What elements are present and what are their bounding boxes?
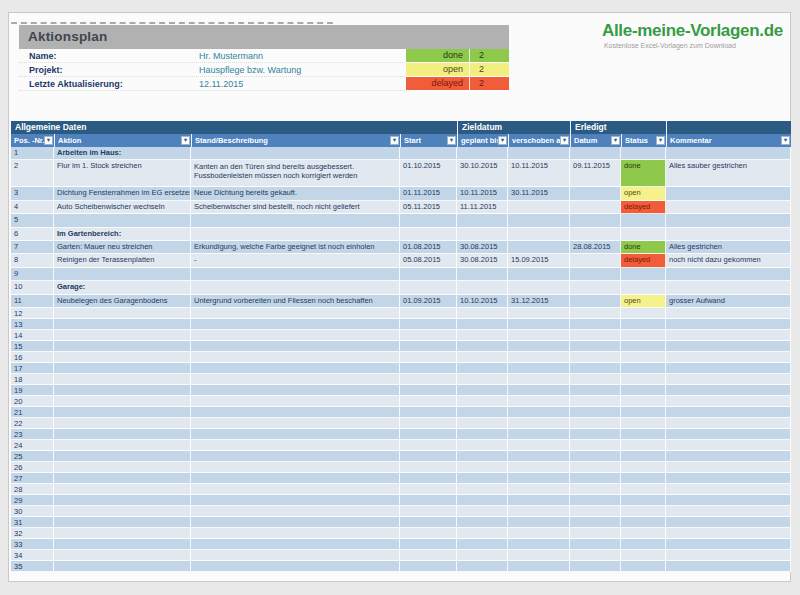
table-cell[interactable] bbox=[570, 254, 621, 267]
table-cell[interactable] bbox=[666, 214, 791, 227]
table-cell[interactable]: - bbox=[191, 254, 400, 267]
table-cell[interactable] bbox=[570, 330, 621, 341]
table-cell[interactable] bbox=[570, 517, 621, 528]
table-cell[interactable] bbox=[570, 281, 621, 294]
table-cell[interactable]: 32 bbox=[11, 528, 54, 539]
table-cell[interactable]: 15 bbox=[11, 341, 54, 352]
table-cell[interactable] bbox=[457, 429, 508, 440]
table-cell[interactable] bbox=[621, 228, 666, 241]
table-cell[interactable] bbox=[457, 228, 508, 241]
table-cell[interactable] bbox=[400, 561, 457, 572]
table-cell[interactable] bbox=[666, 330, 791, 341]
table-cell[interactable] bbox=[666, 451, 791, 462]
table-cell[interactable] bbox=[570, 484, 621, 495]
filter-dropdown-icon[interactable]: ▼ bbox=[44, 136, 53, 145]
table-cell[interactable] bbox=[400, 330, 457, 341]
table-cell[interactable] bbox=[570, 295, 621, 308]
table-cell[interactable] bbox=[570, 352, 621, 363]
table-cell[interactable]: Arbeiten im Haus: bbox=[54, 147, 191, 160]
table-cell[interactable]: 7 bbox=[11, 241, 54, 254]
table-cell[interactable]: noch nicht dazu gekommen bbox=[666, 254, 791, 267]
filter-dropdown-icon[interactable]: ▼ bbox=[611, 136, 620, 145]
table-cell[interactable] bbox=[508, 147, 570, 160]
table-cell[interactable] bbox=[621, 429, 666, 440]
status-badge[interactable]: done bbox=[621, 241, 666, 254]
table-cell[interactable] bbox=[508, 495, 570, 506]
table-cell[interactable] bbox=[666, 201, 791, 214]
table-cell[interactable] bbox=[570, 268, 621, 281]
table-cell[interactable]: 30.08.2015 bbox=[457, 241, 508, 254]
table-cell[interactable]: 11 bbox=[11, 295, 54, 308]
table-cell[interactable] bbox=[508, 517, 570, 528]
table-cell[interactable] bbox=[54, 418, 191, 429]
table-cell[interactable] bbox=[508, 506, 570, 517]
table-cell[interactable] bbox=[191, 330, 400, 341]
table-cell[interactable] bbox=[621, 561, 666, 572]
table-cell[interactable] bbox=[191, 462, 400, 473]
table-cell[interactable] bbox=[400, 539, 457, 550]
table-cell[interactable] bbox=[457, 484, 508, 495]
table-cell[interactable]: 3 bbox=[11, 187, 54, 200]
table-cell[interactable] bbox=[621, 528, 666, 539]
table-cell[interactable] bbox=[457, 281, 508, 294]
table-cell[interactable] bbox=[570, 341, 621, 352]
table-cell[interactable] bbox=[621, 281, 666, 294]
table-cell[interactable]: 1 bbox=[11, 147, 54, 160]
table-cell[interactable] bbox=[191, 385, 400, 396]
table-cell[interactable] bbox=[457, 214, 508, 227]
table-cell[interactable] bbox=[508, 418, 570, 429]
table-cell[interactable]: Alles sauber gestrichen bbox=[666, 160, 791, 187]
table-cell[interactable] bbox=[570, 550, 621, 561]
table-cell[interactable]: 2 bbox=[11, 160, 54, 187]
table-cell[interactable] bbox=[621, 418, 666, 429]
table-cell[interactable]: 12 bbox=[11, 308, 54, 319]
table-cell[interactable] bbox=[191, 341, 400, 352]
table-cell[interactable] bbox=[666, 308, 791, 319]
table-cell[interactable] bbox=[457, 539, 508, 550]
table-cell[interactable] bbox=[666, 550, 791, 561]
table-cell[interactable] bbox=[570, 147, 621, 160]
table-cell[interactable] bbox=[508, 281, 570, 294]
table-cell[interactable] bbox=[54, 484, 191, 495]
table-cell[interactable]: 24 bbox=[11, 440, 54, 451]
table-cell[interactable] bbox=[457, 440, 508, 451]
table-cell[interactable] bbox=[191, 506, 400, 517]
table-cell[interactable] bbox=[457, 506, 508, 517]
table-cell[interactable] bbox=[400, 506, 457, 517]
table-cell[interactable] bbox=[508, 429, 570, 440]
table-cell[interactable] bbox=[400, 341, 457, 352]
table-cell[interactable] bbox=[508, 268, 570, 281]
table-cell[interactable] bbox=[666, 228, 791, 241]
table-cell[interactable] bbox=[457, 268, 508, 281]
table-cell[interactable] bbox=[54, 396, 191, 407]
table-cell[interactable] bbox=[191, 429, 400, 440]
table-cell[interactable]: 01.11.2015 bbox=[400, 187, 457, 200]
table-cell[interactable]: 23 bbox=[11, 429, 54, 440]
table-cell[interactable]: Neue Dichtung bereits gekauft. bbox=[191, 187, 400, 200]
table-cell[interactable] bbox=[666, 396, 791, 407]
table-cell[interactable]: 17 bbox=[11, 363, 54, 374]
table-cell[interactable] bbox=[508, 352, 570, 363]
table-cell[interactable] bbox=[666, 385, 791, 396]
table-cell[interactable] bbox=[400, 308, 457, 319]
table-cell[interactable] bbox=[54, 440, 191, 451]
table-cell[interactable] bbox=[508, 550, 570, 561]
table-cell[interactable] bbox=[457, 517, 508, 528]
table-cell[interactable] bbox=[621, 374, 666, 385]
table-cell[interactable] bbox=[400, 429, 457, 440]
table-cell[interactable] bbox=[666, 561, 791, 572]
table-cell[interactable]: 4 bbox=[11, 201, 54, 214]
table-cell[interactable] bbox=[570, 561, 621, 572]
table-cell[interactable] bbox=[570, 363, 621, 374]
table-cell[interactable] bbox=[666, 374, 791, 385]
logo-title[interactable]: Alle-meine-Vorlagen.de bbox=[602, 21, 783, 41]
table-cell[interactable] bbox=[54, 451, 191, 462]
table-cell[interactable] bbox=[457, 407, 508, 418]
table-cell[interactable] bbox=[457, 147, 508, 160]
table-cell[interactable] bbox=[400, 319, 457, 330]
table-cell[interactable]: 26 bbox=[11, 462, 54, 473]
table-cell[interactable] bbox=[54, 319, 191, 330]
table-cell[interactable] bbox=[666, 268, 791, 281]
table-cell[interactable] bbox=[621, 550, 666, 561]
table-cell[interactable] bbox=[621, 495, 666, 506]
